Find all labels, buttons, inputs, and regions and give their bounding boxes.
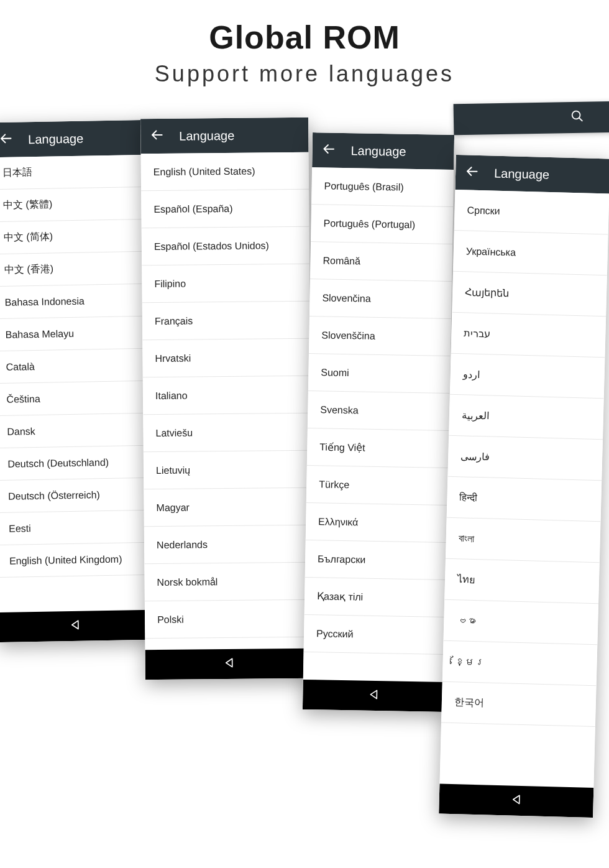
language-item[interactable]: ไทย <box>444 559 600 604</box>
language-item[interactable]: Suomi <box>308 354 451 394</box>
language-list[interactable]: English (United States)Español (España)E… <box>141 152 313 650</box>
language-item[interactable]: Français <box>142 302 311 340</box>
app-bar-title: Language <box>494 166 550 182</box>
language-item[interactable]: فارسی <box>447 436 603 481</box>
language-item[interactable]: Bahasa Indonesia <box>0 284 147 319</box>
search-icon[interactable] <box>570 109 584 126</box>
svg-point-0 <box>572 111 580 119</box>
language-item[interactable]: Eesti <box>0 510 151 545</box>
language-item[interactable]: Italiano <box>143 376 311 415</box>
app-bar: Language <box>140 118 308 154</box>
language-item[interactable]: Български <box>305 540 447 580</box>
language-list[interactable]: СрпскиУкраїнськаՀայերենעבריתاردوالعربيةف… <box>439 190 609 788</box>
language-item[interactable]: Hrvatski <box>142 339 311 377</box>
language-item[interactable]: Polski <box>145 600 313 639</box>
nav-back-icon[interactable] <box>223 657 236 672</box>
back-icon[interactable] <box>322 142 336 158</box>
language-item[interactable]: বাংলা <box>446 518 601 563</box>
back-icon[interactable] <box>465 164 480 181</box>
language-item[interactable]: العربية <box>449 395 604 440</box>
phone-panel-4: Language СрпскиУкраїнськаՀայերենעבריתارد… <box>439 155 609 818</box>
search-bar-fragment <box>454 101 609 136</box>
language-item[interactable]: 中文 (香港) <box>0 252 146 287</box>
language-item[interactable]: 日本語 <box>0 155 145 190</box>
language-item[interactable]: Српски <box>454 190 609 234</box>
language-list[interactable]: Português (Brasil)Português (Portugal)Ro… <box>303 167 454 682</box>
language-item[interactable]: Español (Estados Unidos) <box>142 227 310 265</box>
language-item[interactable]: Deutsch (Deutschland) <box>0 446 150 481</box>
language-item[interactable]: Português (Brasil) <box>311 167 454 207</box>
language-item[interactable]: Русский <box>304 615 446 655</box>
nav-back-icon[interactable] <box>510 793 523 809</box>
language-item[interactable]: اردو <box>450 354 605 399</box>
language-item[interactable]: Svenska <box>308 391 450 431</box>
language-item[interactable]: 中文 (简体) <box>0 219 145 254</box>
language-item[interactable]: Ελληνικά <box>306 503 448 543</box>
language-item[interactable]: English (United States) <box>141 152 309 191</box>
language-item[interactable]: עברית <box>451 313 607 358</box>
app-bar: Language <box>0 120 144 157</box>
page-subtitle: Support more languages <box>0 61 609 87</box>
app-bar-title: Language <box>350 144 406 159</box>
language-item[interactable]: Lietuvių <box>144 451 312 489</box>
language-item[interactable]: Türkçe <box>306 466 449 506</box>
android-nav-bar <box>303 680 445 712</box>
title-block: Global ROM Support more languages <box>0 0 609 87</box>
nav-back-icon[interactable] <box>367 688 380 703</box>
language-item[interactable]: Tiếng Việt <box>307 428 449 468</box>
nav-back-icon[interactable] <box>69 619 81 634</box>
language-item[interactable]: Қазақ тілі <box>304 578 447 617</box>
phone-panel-3: Language Português (Brasil)Português (Po… <box>303 132 454 712</box>
language-item[interactable]: 中文 (繁體) <box>0 187 145 222</box>
phone-panel-2: Language English (United States)Español … <box>140 118 313 680</box>
language-item[interactable]: Español (España) <box>141 190 309 228</box>
phone-panel-1: Language 日本語中文 (繁體)中文 (简体)中文 (香港)Bahasa … <box>0 120 152 642</box>
language-item[interactable]: Magyar <box>144 488 312 527</box>
language-item[interactable]: Dansk <box>0 413 149 448</box>
language-item[interactable]: Bahasa Melayu <box>0 316 147 351</box>
language-item[interactable]: Català <box>0 349 148 384</box>
app-bar-title: Language <box>179 128 234 143</box>
page-title: Global ROM <box>0 19 609 56</box>
app-bar: Language <box>312 132 454 170</box>
language-item[interactable]: ខ្មែរ <box>442 641 598 686</box>
back-icon[interactable] <box>0 132 13 148</box>
language-item[interactable]: Latviešu <box>143 413 311 452</box>
language-item[interactable]: Português (Portugal) <box>311 205 453 244</box>
language-item[interactable]: English (United Kingdom) <box>0 543 151 578</box>
app-bar: Language <box>455 155 609 193</box>
android-nav-bar <box>145 649 313 680</box>
language-item[interactable]: Norsk bokmål <box>144 563 313 601</box>
app-bar-title: Language <box>28 131 83 147</box>
android-nav-bar <box>0 610 152 642</box>
language-item[interactable]: Slovenščina <box>309 316 451 356</box>
language-list[interactable]: 日本語中文 (繁體)中文 (简体)中文 (香港)Bahasa Indonesia… <box>0 155 152 612</box>
language-item[interactable]: Українська <box>453 231 608 275</box>
language-item[interactable]: Հայերեն <box>452 272 607 316</box>
android-nav-bar <box>439 784 593 818</box>
language-item[interactable]: ဗမာ <box>443 600 598 645</box>
language-item[interactable]: Slovenčina <box>309 279 452 319</box>
language-item[interactable]: Română <box>310 242 452 282</box>
language-item[interactable]: Čeština <box>0 381 149 416</box>
svg-line-1 <box>579 118 583 121</box>
language-item[interactable]: हिन्दी <box>447 477 602 522</box>
language-item[interactable]: Filipino <box>142 264 310 303</box>
language-item[interactable]: 한국어 <box>441 682 597 727</box>
language-item[interactable]: Nederlands <box>144 525 313 564</box>
language-item[interactable]: Deutsch (Österreich) <box>0 478 150 513</box>
back-icon[interactable] <box>150 128 164 144</box>
